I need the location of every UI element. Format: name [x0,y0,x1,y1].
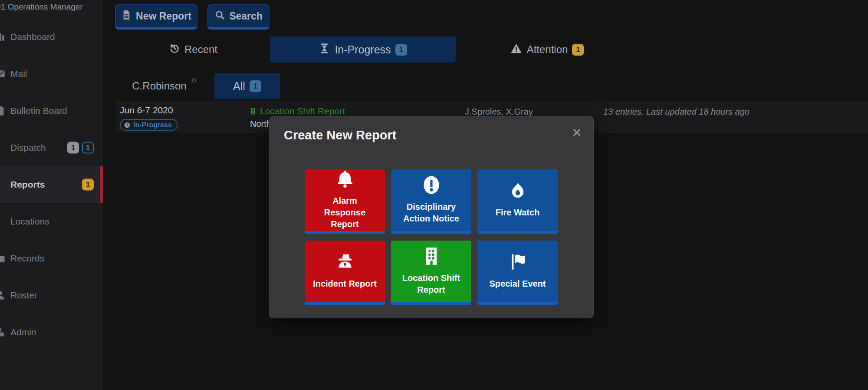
create-new-report-modal: Create New Report Alarm Response Report … [269,116,594,318]
roster-icon [0,289,6,301]
tab-in-progress-label: In-Progress [335,43,391,56]
tile-label: Special Event [489,278,546,290]
tab-attention-label: Attention [527,43,568,56]
close-button[interactable] [570,126,584,139]
sidebar-item-label: Locations [10,216,49,227]
robinson-indicator-dot [192,78,196,83]
sidebar-item-mail[interactable]: Mail [0,55,103,92]
search-icon [214,10,225,23]
dashboard-icon [0,31,6,43]
sidebar-item-admin[interactable]: Admin [0,314,103,350]
filter-robinson-label: C.Robinson [132,80,186,92]
modal-title: Create New Report [284,128,396,142]
tab-recent-label: Recent [184,43,217,56]
report-link-label: Location Shift Report [260,106,345,116]
sidebar-item-label: Dispatch [10,142,46,153]
tile-label: Incident Report [313,278,377,290]
reports-badges: 1 [82,178,94,190]
tile-alarm-response-report[interactable]: Alarm Response Report [305,169,385,234]
report-subtitle: North [250,119,271,129]
flag-icon [507,251,528,272]
report-people: J.Sproles, X.Gray [465,107,533,117]
sidebar: 01 Operations Manager Dashboard Mail Bul… [0,0,103,390]
tile-location-shift-report[interactable]: Location Shift Report [391,241,471,305]
sidebar-item-label: Mail [10,69,27,79]
sidebar-item-dispatch[interactable]: Dispatch 1 1 [0,129,103,166]
filter-all-label: All [233,80,245,93]
tile-fire-watch[interactable]: Fire Watch [477,169,558,234]
history-icon [169,43,180,56]
report-type-grid: Alarm Response Report Disciplinary Actio… [305,169,558,305]
new-report-label: New Report [136,10,191,22]
new-report-button[interactable]: New Report [115,4,197,30]
dispatch-outlined-badge: 1 [82,142,94,153]
search-button[interactable]: Search [207,4,270,30]
sidebar-item-label: Records [10,253,44,264]
in-progress-count-badge: 1 [395,44,407,56]
status-badge: In-Progress [120,119,178,131]
filter-all[interactable]: All 1 [214,73,280,99]
status-badge-label: In-Progress [133,121,172,129]
filter-robinson[interactable]: C.Robinson [125,73,202,99]
sidebar-item-label: Reports [10,179,45,190]
mail-icon [0,68,6,79]
close-icon [572,128,582,137]
file-icon [121,10,132,23]
sidebar-item-bulletin-board[interactable]: Bulletin Board [0,92,103,129]
building-small-icon [249,107,257,115]
sidebar-item-roster[interactable]: Roster [0,277,103,314]
all-count-badge: 1 [250,80,261,92]
tile-special-event[interactable]: Special Event [477,241,558,305]
tab-recent[interactable]: Recent [156,36,230,63]
bulletin-board-icon [0,105,6,116]
hourglass-icon [319,43,330,57]
tile-disciplinary-action-notice[interactable]: Disciplinary Action Notice [391,169,471,234]
attention-count-badge: 1 [572,44,584,56]
sidebar-item-label: Roster [10,290,37,301]
tile-label: Fire Watch [496,207,540,218]
report-date: Jun 6-7 2020 [120,105,173,116]
operations-manager-app: 01 Operations Manager Dashboard Mail Bul… [0,0,868,390]
exclamation-circle-icon [421,175,442,195]
sidebar-item-reports[interactable]: Reports 1 [0,166,103,203]
dispatch-count-badge: 1 [67,142,79,153]
tab-attention[interactable]: Attention 1 [490,36,603,63]
sidebar-item-records[interactable]: Records [0,240,103,277]
sidebar-item-locations[interactable]: Locations [0,203,103,240]
sidebar-item-label: Admin [10,327,36,337]
sidebar-header: 01 Operations Manager [0,0,103,18]
tile-label: Disciplinary Action Notice [398,201,465,225]
report-meta: 13 entries, Last updated 18 hours ago [603,107,750,117]
search-label: Search [229,10,263,22]
app-title: 01 Operations Manager [0,2,83,12]
spy-icon [335,251,355,272]
tile-label: Alarm Response Report [311,195,379,230]
dispatch-badges: 1 1 [67,142,94,153]
tile-label: Location Shift Report [398,272,465,296]
bell-icon [335,169,355,189]
records-icon [0,252,6,264]
reports-count-badge: 1 [82,178,94,190]
admin-icon [0,326,6,338]
report-link[interactable]: Location Shift Report [249,106,345,116]
clock-icon [124,122,131,129]
sidebar-item-label: Dashboard [10,32,55,42]
tile-incident-report[interactable]: Incident Report [305,241,385,305]
warning-icon [510,42,523,57]
building-icon [421,246,442,267]
tab-in-progress[interactable]: In-Progress 1 [270,36,456,63]
flame-icon [507,180,528,201]
sidebar-item-label: Bulletin Board [10,106,67,116]
sidebar-item-dashboard[interactable]: Dashboard [0,18,103,55]
